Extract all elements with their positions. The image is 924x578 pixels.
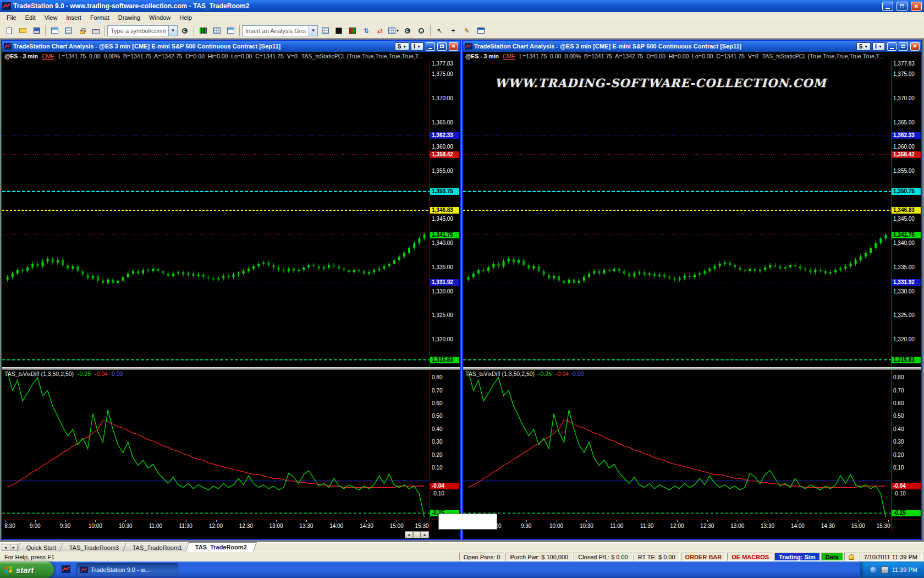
trading-mode-badge[interactable]: Trading: Sim: [774, 553, 820, 561]
status-line-button[interactable]: S▼: [856, 42, 871, 51]
analysis-group-combo[interactable]: Insert an Analysis Group ▼: [242, 25, 318, 36]
time-tick: [306, 520, 307, 522]
command-go-button[interactable]: [178, 25, 191, 37]
alerts-segment[interactable]: [844, 553, 859, 561]
close-button[interactable]: ✕: [449, 42, 458, 51]
minimize-button[interactable]: [426, 42, 435, 51]
tab-quick-start[interactable]: Quick Start: [16, 543, 66, 552]
chart-window-titlebar[interactable]: TradeStation Chart Analysis - @ES 3 min …: [463, 41, 921, 52]
indicator-svg: [463, 370, 891, 520]
radarscreen-button[interactable]: [210, 25, 223, 37]
scroll-thumb[interactable]: [413, 531, 421, 538]
start-button[interactable]: start: [0, 561, 54, 578]
menu-edit[interactable]: Edit: [21, 13, 40, 22]
strategy-arrows-button[interactable]: ⇄: [373, 25, 387, 37]
matrix-button[interactable]: [332, 25, 345, 37]
indicator-axis[interactable]: 0.800.700.600.500.400.300.200.10-0.10-0.…: [891, 370, 921, 520]
indicator-button[interactable]: I▼: [872, 42, 885, 51]
time-label: 15:00: [390, 523, 404, 529]
chart-analysis-button[interactable]: [196, 25, 210, 37]
scroll-left-icon[interactable]: ◄: [405, 531, 413, 538]
indicator-chart[interactable]: TAS_tsVixDiff (1,3,50,2,50) -0.25 -0.04 …: [2, 370, 430, 520]
close-button[interactable]: ✕: [910, 42, 920, 51]
send-to-window-button[interactable]: [474, 25, 487, 37]
chart-window-titlebar[interactable]: TradeStation Chart Analysis - @ES 3 min …: [2, 41, 460, 52]
zoom-in-button[interactable]: [401, 25, 414, 37]
price-chart[interactable]: WWW.TRADING-SOFTWARE-COLLECTION.COM: [463, 61, 891, 367]
quick-launch-handle[interactable]: [58, 564, 59, 575]
open-workspace-button[interactable]: [16, 25, 29, 37]
taskbar-button-tradestation[interactable]: TradeStation 9.0 - w...: [76, 563, 178, 576]
indicator-axis[interactable]: 0.800.700.600.500.400.300.200.10-0.10-0.…: [430, 370, 460, 520]
price-chart[interactable]: [2, 61, 430, 367]
menu-file[interactable]: File: [2, 13, 21, 22]
axis-label: 1,358.42: [430, 151, 459, 158]
tab-tas-traderoom2[interactable]: TAS_TradeRoom2: [186, 542, 257, 552]
order-bar-toggle[interactable]: ORDER BAR: [681, 553, 727, 561]
pointer-tool-button[interactable]: ↖: [433, 25, 446, 37]
menu-window[interactable]: Window: [145, 13, 175, 22]
scroll-right-icon[interactable]: ►: [421, 531, 429, 538]
tab-tas-traderoom3[interactable]: TAS_TradeRoom3: [60, 543, 129, 552]
axis-label: 0.80: [892, 374, 921, 381]
axis-label: 1,335.00: [892, 264, 921, 271]
time-tick: [617, 520, 617, 522]
axis-label: 1,340.00: [430, 240, 459, 247]
axis-label: 1,358.42: [892, 151, 921, 158]
drawing-tools-button[interactable]: ✎: [460, 25, 474, 37]
format-window-button[interactable]: [62, 25, 75, 37]
indicator-chart[interactable]: TAS_tsVixDiff (1,3,50,2,50) -0.25 -0.04 …: [463, 370, 891, 520]
chevron-down-icon[interactable]: ▼: [309, 26, 317, 36]
indicator-button[interactable]: I▼: [411, 42, 424, 51]
time-label: 11:30: [640, 523, 653, 529]
horizontal-scrollbar[interactable]: ◄ ►: [405, 531, 429, 538]
time-label: 13:30: [761, 523, 774, 529]
axis-corner: [891, 520, 921, 531]
quick-launch-tradestation-icon[interactable]: [62, 565, 70, 574]
menu-drawing[interactable]: Drawing: [114, 13, 145, 22]
menu-format[interactable]: Format: [86, 13, 114, 22]
main-titlebar[interactable]: TradeStation 9.0 - www.trading-software-…: [0, 0, 924, 12]
minimize-button[interactable]: [882, 2, 893, 11]
print-button[interactable]: [89, 25, 102, 37]
time-label: 11:00: [610, 523, 623, 529]
tray-volume-icon[interactable]: [881, 566, 888, 574]
menu-help[interactable]: Help: [175, 13, 196, 22]
axis-label: 1,362.33: [892, 132, 921, 139]
menu-insert[interactable]: Insert: [62, 13, 86, 22]
price-axis[interactable]: 1,377.831,375.001,370.001,365.001,360.00…: [891, 61, 921, 367]
data-status-badge[interactable]: Data: [821, 553, 843, 561]
order-bar-button[interactable]: [346, 25, 359, 37]
symbol-command-combo[interactable]: Type a symbol/command ▼: [107, 25, 178, 36]
tray-network-icon[interactable]: [870, 566, 877, 574]
task-button-label: TradeStation 9.0 - w...: [91, 566, 150, 573]
tab-scroll-left-icon[interactable]: ◄: [2, 544, 9, 551]
zoom-out-button[interactable]: [415, 25, 428, 37]
buy-sell-arrows-button[interactable]: ⇅: [360, 25, 373, 37]
window-layout-button[interactable]: [48, 25, 61, 37]
menu-view[interactable]: View: [40, 13, 62, 22]
oe-macros-toggle[interactable]: OE MACROS: [727, 553, 773, 561]
new-workspace-button[interactable]: [2, 25, 15, 37]
axis-label: 1,320.00: [430, 336, 459, 343]
tab-scroll-right-icon[interactable]: ►: [10, 544, 18, 551]
axis-label: 1,340.00: [892, 240, 921, 247]
restore-button[interactable]: [899, 42, 908, 51]
tab-tas-traderoom1[interactable]: TAS_TradeRoom1: [123, 543, 192, 552]
crosshair-tool-button[interactable]: +: [447, 25, 460, 37]
chart-style-dropdown[interactable]: ▼: [387, 25, 400, 37]
chevron-down-icon[interactable]: ▼: [168, 26, 177, 36]
save-workspace-button[interactable]: [30, 25, 43, 37]
insert-study-button[interactable]: [318, 25, 332, 37]
purchasing-power-status: Purch Pwr: $ 100,000: [505, 553, 573, 561]
status-line-button[interactable]: S▼: [395, 42, 410, 51]
price-candles-svg: [463, 61, 891, 367]
close-button[interactable]: ✕: [911, 2, 922, 11]
restore-button[interactable]: [897, 2, 908, 11]
bell-icon: [849, 554, 854, 560]
lock-workspace-button[interactable]: [75, 25, 89, 37]
price-axis[interactable]: 1,377.831,375.001,370.001,365.001,360.00…: [430, 61, 460, 367]
quote-board-button[interactable]: [224, 25, 237, 37]
minimize-button[interactable]: [887, 42, 897, 51]
restore-button[interactable]: [437, 42, 447, 51]
